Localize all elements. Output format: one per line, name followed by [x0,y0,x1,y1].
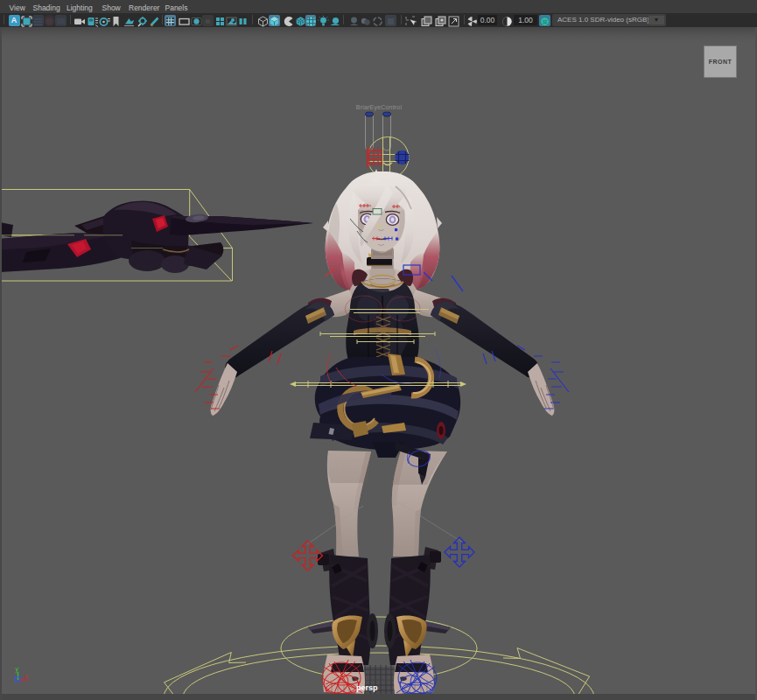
svg-text:y: y [16,666,19,673]
svg-text:32: 32 [543,19,548,24]
svg-text:x: x [25,673,28,679]
